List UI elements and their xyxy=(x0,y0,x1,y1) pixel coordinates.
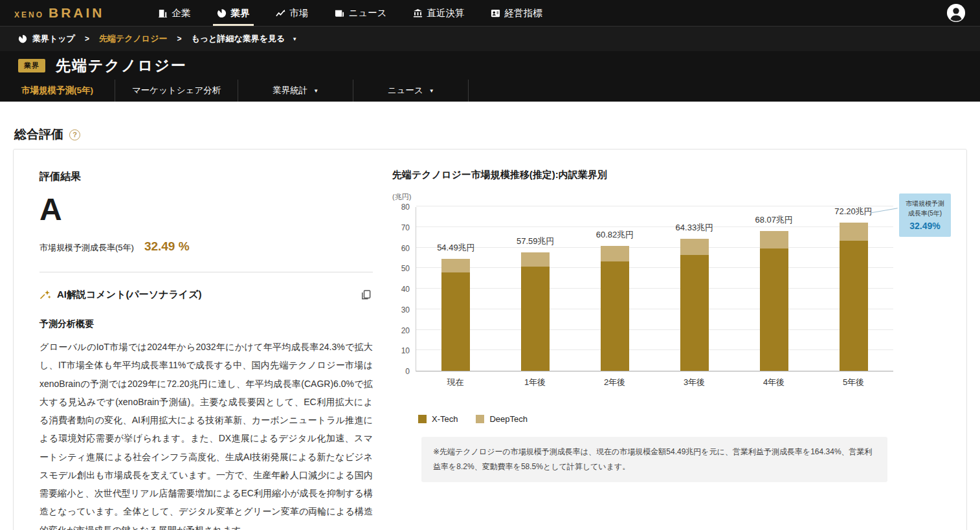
chart-plot: 54.49兆円57.59兆円60.82兆円64.33兆円68.07兆円72.20… xyxy=(416,207,893,371)
gridline xyxy=(416,206,893,206)
callout-label: 市場規模予測成長率(5年) xyxy=(903,199,947,218)
bar-segment-deeptech[interactable] xyxy=(760,231,788,248)
chevron-down-icon: ▼ xyxy=(292,36,297,42)
breadcrumb-current-industry[interactable]: 先端テクノロジー xyxy=(99,33,168,45)
chevron-down-icon: ▼ xyxy=(429,88,434,94)
bar-group: 64.33兆円 xyxy=(654,207,734,371)
nav-label: ニュース xyxy=(349,7,387,19)
user-avatar[interactable] xyxy=(946,3,966,23)
tab-label: マーケットシェア分析 xyxy=(132,85,221,96)
legend-item: DeepTech xyxy=(476,414,528,424)
y-axis-tick-label: 40 xyxy=(401,285,410,294)
chart-footnote: ※先端テクノロジーの市場規模予測成長率は、現在の市場規模金額54.49兆円を元に… xyxy=(421,437,887,482)
bar-segment-x-tech[interactable] xyxy=(601,261,629,371)
tab-label: 市場規模予測(5年) xyxy=(21,85,93,96)
breadcrumb: 業界トップ > 先端テクノロジー > もっと詳細な業界を見る ▼ xyxy=(0,26,980,51)
top-nav-bar: XENO BRAIN 企業 業界 市場 ニュース 直近決算 経営指標 xyxy=(0,0,980,26)
stacked-bar[interactable] xyxy=(760,231,788,371)
y-axis-tick-label: 50 xyxy=(401,264,410,273)
breadcrumb-label: 先端テクノロジー xyxy=(99,33,168,45)
chevron-right-icon: > xyxy=(85,34,89,43)
x-axis-tick-label: 2年後 xyxy=(575,377,654,388)
nav-item-news[interactable]: ニュース xyxy=(322,0,400,26)
bar-segment-x-tech[interactable] xyxy=(680,255,709,371)
nav-item-market[interactable]: 市場 xyxy=(263,0,322,26)
nav-item-earnings[interactable]: 直近決算 xyxy=(400,0,478,26)
nav-item-industry[interactable]: 業界 xyxy=(204,0,263,26)
breadcrumb-more-industries-dropdown[interactable]: もっと詳細な業界を見る ▼ xyxy=(191,33,297,45)
tab-industry-stats[interactable]: 業界統計 ▼ xyxy=(238,80,353,102)
stacked-bar[interactable] xyxy=(840,223,868,371)
nav-label: 市場 xyxy=(290,7,309,19)
bar-value-label: 57.59兆円 xyxy=(517,236,555,247)
nav-label: 経営指標 xyxy=(505,7,542,19)
nav-item-metrics[interactable]: 経営指標 xyxy=(478,0,555,26)
divider xyxy=(39,272,373,272)
growth-rate-row: 市場規模予測成長率(5年) 32.49 % xyxy=(39,239,373,254)
industry-icon xyxy=(217,8,227,18)
ai-comment-header: AI解説コメント(パーソナライズ) xyxy=(39,288,373,302)
industry-badge: 業界 xyxy=(18,59,45,72)
bar-segment-deeptech[interactable] xyxy=(680,239,709,255)
logo-text-brain: BRAIN xyxy=(49,5,105,21)
breadcrumb-label: もっと詳細な業界を見る xyxy=(191,33,285,45)
y-axis-tick-label: 10 xyxy=(401,346,410,355)
help-icon[interactable]: ? xyxy=(69,129,80,140)
industry-icon xyxy=(18,34,27,43)
growth-rate-value: 32.49 % xyxy=(144,239,190,254)
evaluation-card: 評価結果 A 市場規模予測成長率(5年) 32.49 % AI解説コメント(パー… xyxy=(13,149,967,530)
chevron-down-icon: ▼ xyxy=(313,88,318,94)
tab-market-share[interactable]: マーケットシェア分析 xyxy=(115,80,238,102)
chart-title: 先端テクノロジー市場規模推移(推定):内訳業界別 xyxy=(392,169,951,181)
chart-unit-label: (兆円) xyxy=(392,192,951,202)
nav-label: 業界 xyxy=(231,7,250,19)
market-size-chart-panel: 先端テクノロジー市場規模推移(推定):内訳業界別 (兆円) 0102030405… xyxy=(392,169,951,530)
x-axis-tick-label: 4年後 xyxy=(734,377,814,388)
chart-x-axis: 現在1年後2年後3年後4年後5年後 xyxy=(416,371,893,388)
y-axis-tick-label: 30 xyxy=(401,305,410,315)
breadcrumb-label: 業界トップ xyxy=(32,33,75,45)
bar-group: 54.49兆円 xyxy=(416,207,496,371)
ai-comment-title: AI解説コメント(パーソナライズ) xyxy=(57,289,202,301)
nav-label: 企業 xyxy=(172,7,191,19)
bar-segment-x-tech[interactable] xyxy=(521,267,550,371)
bar-segment-x-tech[interactable] xyxy=(840,241,868,371)
stacked-bar[interactable] xyxy=(441,259,470,371)
bar-segment-deeptech[interactable] xyxy=(840,223,868,241)
y-axis-tick-label: 80 xyxy=(401,203,410,212)
breadcrumb-industry-top[interactable]: 業界トップ xyxy=(18,33,75,45)
stacked-bar[interactable] xyxy=(680,239,709,371)
chart-legend: X-TechDeepTech xyxy=(418,414,951,424)
nav-item-companies[interactable]: 企業 xyxy=(145,0,204,26)
news-icon xyxy=(335,8,344,18)
legend-label: X-Tech xyxy=(432,414,458,424)
sparkle-wand-icon xyxy=(39,289,51,301)
person-card-icon xyxy=(491,8,500,18)
callout-value: 32.49% xyxy=(903,221,947,231)
y-axis-tick-label: 20 xyxy=(401,326,410,335)
bar-segment-x-tech[interactable] xyxy=(760,248,788,371)
bar-group: 68.07兆円 xyxy=(734,207,814,371)
bank-icon xyxy=(413,8,423,18)
bar-segment-x-tech[interactable] xyxy=(441,272,470,371)
tab-market-forecast[interactable]: 市場規模予測(5年) xyxy=(0,80,115,102)
copy-icon[interactable] xyxy=(359,288,373,302)
stacked-bar[interactable] xyxy=(601,246,629,371)
tab-news[interactable]: ニュース ▼ xyxy=(353,80,469,102)
tab-label: 業界統計 xyxy=(273,85,307,96)
y-axis-tick-label: 70 xyxy=(401,223,410,232)
stacked-bar[interactable] xyxy=(521,252,550,371)
bar-segment-deeptech[interactable] xyxy=(521,252,550,267)
bar-value-label: 64.33兆円 xyxy=(676,222,714,234)
building-icon xyxy=(158,8,168,18)
bar-segment-deeptech[interactable] xyxy=(601,246,629,261)
market-icon xyxy=(276,8,285,18)
x-axis-tick-label: 3年後 xyxy=(654,377,734,388)
legend-swatch xyxy=(418,415,427,423)
bar-group: 72.20兆円 xyxy=(814,207,893,371)
bar-segment-deeptech[interactable] xyxy=(441,259,470,272)
section-header: 総合評価 ? xyxy=(13,102,967,149)
page-title: 先端テクノロジー xyxy=(56,56,187,76)
tab-bar: 市場規模予測(5年) マーケットシェア分析 業界統計 ▼ ニュース ▼ xyxy=(0,80,980,102)
xenobrain-logo[interactable]: XENO BRAIN xyxy=(14,5,105,21)
